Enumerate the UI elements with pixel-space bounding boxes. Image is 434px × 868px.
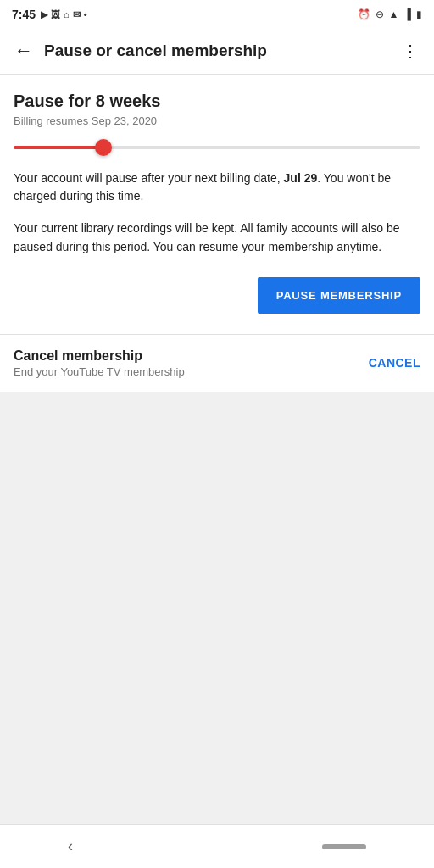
photo-icon: 🖼 [51, 9, 60, 19]
home-icon: ⌂ [64, 9, 70, 19]
pause-btn-row: PAUSE MEMBERSHIP [14, 277, 420, 314]
back-button[interactable]: ← [7, 34, 41, 68]
cancel-text-block: Cancel membership End your YouTube TV me… [14, 348, 185, 378]
app-bar: ← Pause or cancel membership ⋮ [0, 27, 434, 75]
cancel-membership-title: Cancel membership [14, 348, 185, 364]
nav-home-pill[interactable] [322, 844, 366, 849]
dot-icon: • [84, 9, 87, 19]
status-time: 7:45 [12, 8, 36, 21]
cancel-link-button[interactable]: CANCEL [369, 356, 420, 370]
bottom-gray-area [0, 392, 434, 824]
pause-description: Your account will pause after your next … [14, 170, 420, 205]
pause-section: Pause for 8 weeks Billing resumes Sep 23… [0, 75, 434, 335]
cancel-section: Cancel membership End your YouTube TV me… [0, 335, 434, 392]
page-title: Pause or cancel membership [44, 42, 393, 60]
pause-title: Pause for 8 weeks [14, 92, 420, 111]
status-bar: 7:45 ▶ 🖼 ⌂ ✉ • ⏰ ⊖ ▲ ▐ ▮ [0, 0, 434, 27]
cancel-membership-subtitle: End your YouTube TV membership [14, 365, 185, 378]
nav-back-button[interactable]: ‹ [68, 837, 73, 855]
mail-icon: ✉ [73, 9, 81, 20]
youtube-icon: ▶ [41, 9, 47, 20]
alarm-icon: ⏰ [358, 8, 370, 20]
pause-duration-slider[interactable] [14, 139, 420, 156]
more-options-button[interactable]: ⋮ [393, 34, 427, 68]
battery-icon: ▮ [416, 8, 422, 20]
billing-resumes-text: Billing resumes Sep 23, 2020 [14, 114, 420, 127]
minus-circle-icon: ⊖ [376, 8, 384, 20]
signal-icon: ▐ [403, 8, 411, 20]
pause-info-text: Your current library recordings will be … [14, 219, 420, 257]
nav-bar: ‹ [0, 824, 434, 868]
pause-membership-button[interactable]: PAUSE MEMBERSHIP [258, 277, 420, 314]
wifi-icon: ▲ [389, 8, 399, 20]
